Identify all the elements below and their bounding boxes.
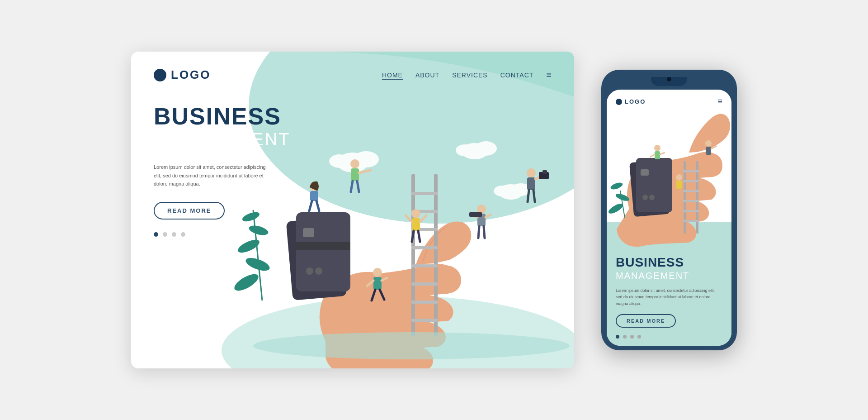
nav-item-services[interactable]: SERVICES xyxy=(452,72,488,79)
hero-body-text: Lorem ipsum dolor sit amet, consectetur … xyxy=(154,163,271,188)
hero-dots xyxy=(154,232,289,237)
mobile-mockup: LOGO ≡ BUSINESS MANAGEMENT Lorem ipsum d… xyxy=(601,70,737,350)
mobile-content: LOGO ≡ xyxy=(607,90,731,106)
mobile-camera xyxy=(667,77,671,81)
desktop-nav: HOME ABOUT SERVICES CONTACT ≡ xyxy=(382,70,552,80)
svg-rect-96 xyxy=(706,147,711,155)
nav-item-about[interactable]: ABOUT xyxy=(415,72,439,79)
mobile-notch xyxy=(651,77,687,86)
svg-point-95 xyxy=(705,140,712,147)
svg-point-11 xyxy=(232,271,261,294)
dot-1[interactable] xyxy=(154,232,158,237)
dot-4[interactable] xyxy=(181,232,185,237)
mobile-hero-title-business: BUSINESS xyxy=(616,255,722,270)
svg-rect-76 xyxy=(636,158,672,212)
desktop-ui-content: LOGO HOME ABOUT SERVICES CONTACT ≡ BUSIN… xyxy=(131,52,574,237)
mobile-hero-body-text: Lorem ipsum dolor sit amet, consectetur … xyxy=(616,287,720,307)
svg-point-19 xyxy=(306,267,313,275)
svg-rect-31 xyxy=(411,319,438,322)
svg-point-98 xyxy=(676,174,682,181)
svg-rect-21 xyxy=(296,242,350,250)
svg-point-91 xyxy=(654,145,660,151)
svg-rect-29 xyxy=(411,282,438,286)
svg-point-20 xyxy=(315,267,322,275)
desktop-hero-left: BUSINESS MANAGEMENT Lorem ipsum dolor si… xyxy=(154,95,289,237)
mobile-dot-3[interactable] xyxy=(630,335,634,339)
svg-rect-83 xyxy=(683,180,699,182)
desktop-logo-text: LOGO xyxy=(171,68,211,82)
desktop-header: LOGO HOME ABOUT SERVICES CONTACT ≡ xyxy=(154,68,552,82)
svg-point-47 xyxy=(373,268,382,277)
svg-rect-92 xyxy=(655,151,660,159)
mobile-logo-dot-icon xyxy=(616,99,622,105)
svg-point-71 xyxy=(643,127,665,140)
mobile-menu-icon[interactable]: ≡ xyxy=(717,97,722,106)
svg-rect-84 xyxy=(683,190,699,192)
svg-rect-99 xyxy=(676,181,682,189)
mobile-header: LOGO ≡ xyxy=(616,97,722,106)
hero-title-business: BUSINESS xyxy=(154,105,289,128)
svg-point-78 xyxy=(642,195,648,200)
mobile-dot-2[interactable] xyxy=(623,335,627,339)
main-container: LOGO HOME ABOUT SERVICES CONTACT ≡ BUSIN… xyxy=(113,33,755,387)
svg-rect-30 xyxy=(411,301,438,304)
mobile-logo-area: LOGO xyxy=(616,98,646,105)
nav-menu-icon[interactable]: ≡ xyxy=(546,70,552,80)
desktop-logo-area: LOGO xyxy=(154,68,211,82)
mobile-hero-title-management: MANAGEMENT xyxy=(616,271,722,281)
dot-2[interactable] xyxy=(163,232,167,237)
svg-point-79 xyxy=(649,195,655,200)
mobile-hero-section: BUSINESS MANAGEMENT Lorem ipsum dolor si… xyxy=(607,248,731,346)
mobile-logo-text: LOGO xyxy=(625,98,646,105)
mobile-hero-dots xyxy=(616,335,722,339)
svg-rect-27 xyxy=(411,246,438,249)
dot-3[interactable] xyxy=(172,232,176,237)
hero-title-management: MANAGEMENT xyxy=(154,130,289,149)
svg-rect-85 xyxy=(683,200,699,202)
svg-rect-48 xyxy=(373,277,382,290)
nav-item-contact[interactable]: CONTACT xyxy=(500,72,534,79)
desktop-mockup: LOGO HOME ABOUT SERVICES CONTACT ≡ BUSIN… xyxy=(131,52,574,368)
svg-point-67 xyxy=(253,332,570,359)
logo-dot-icon xyxy=(154,69,166,81)
mobile-dot-4[interactable] xyxy=(637,335,641,339)
svg-rect-28 xyxy=(411,264,438,267)
svg-point-72 xyxy=(624,129,642,141)
nav-item-home[interactable]: HOME xyxy=(382,72,403,79)
mobile-read-more-button[interactable]: READ MORE xyxy=(616,314,676,328)
svg-rect-87 xyxy=(683,220,699,222)
svg-rect-82 xyxy=(683,170,699,172)
mobile-screen: LOGO ≡ BUSINESS MANAGEMENT Lorem ipsum d… xyxy=(607,90,731,346)
svg-rect-86 xyxy=(683,210,699,212)
mobile-dot-1[interactable] xyxy=(616,335,619,339)
svg-rect-77 xyxy=(641,169,649,176)
desktop-hero: BUSINESS MANAGEMENT Lorem ipsum dolor si… xyxy=(154,95,552,237)
read-more-button[interactable]: READ MORE xyxy=(154,202,225,220)
